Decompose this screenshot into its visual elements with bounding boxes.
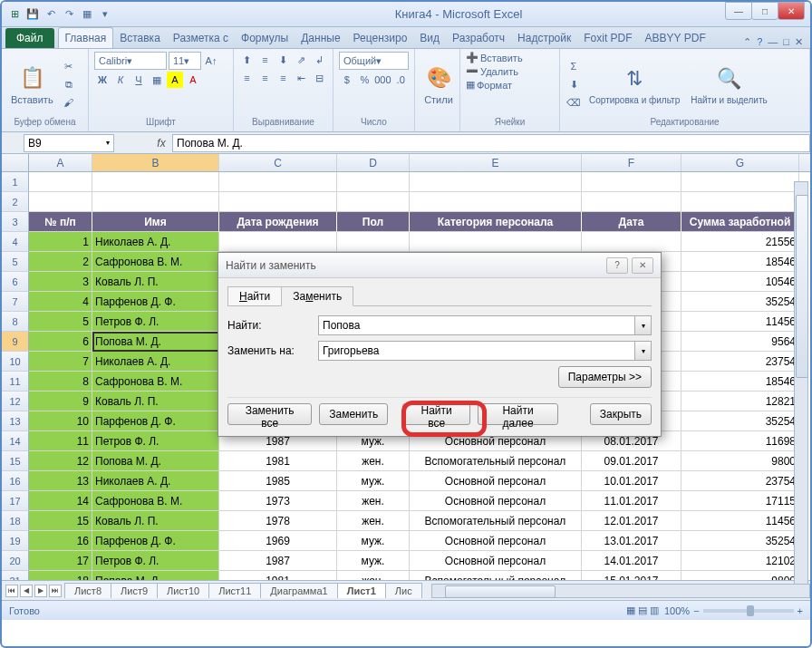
cell[interactable]: жен. xyxy=(337,491,410,511)
cell[interactable]: Основной персонал xyxy=(410,551,582,571)
cell[interactable] xyxy=(582,172,682,192)
row-header[interactable]: 19 xyxy=(2,531,29,551)
row-header[interactable]: 12 xyxy=(2,392,29,411)
table-header-cell[interactable]: Категория персонала xyxy=(410,212,582,232)
horizontal-scrollbar[interactable] xyxy=(431,584,810,598)
cell[interactable] xyxy=(219,172,337,192)
format-cells-button[interactable]: ▦Формат xyxy=(466,79,554,91)
cell[interactable]: 6 xyxy=(29,332,92,352)
cell[interactable]: 4 xyxy=(29,292,92,312)
zoom-out-icon[interactable]: − xyxy=(693,605,699,616)
font-color-icon[interactable]: A xyxy=(185,72,201,88)
cell[interactable]: Сафронова В. М. xyxy=(92,252,219,272)
cell[interactable]: Основной персонал xyxy=(410,491,582,511)
cell[interactable]: Петров Ф. Л. xyxy=(92,551,219,571)
cell[interactable]: Вспомогательный персонал xyxy=(410,511,582,531)
fill-icon[interactable]: ⬇ xyxy=(566,76,582,92)
align-right-icon[interactable]: ≡ xyxy=(276,70,292,86)
currency-icon[interactable]: $ xyxy=(339,72,355,88)
row-header[interactable]: 5 xyxy=(2,252,29,272)
cell[interactable]: 1978 xyxy=(219,511,337,531)
row-header[interactable]: 1 xyxy=(2,172,29,192)
cell[interactable]: 16 xyxy=(29,531,92,551)
cell[interactable]: 1 xyxy=(29,232,92,252)
cell[interactable]: 15 xyxy=(29,511,92,531)
fx-icon[interactable]: fx xyxy=(150,137,172,150)
cell[interactable]: Коваль Л. П. xyxy=(92,511,219,531)
cell[interactable]: Петров Ф. Л. xyxy=(92,431,219,451)
cell[interactable]: 1981 xyxy=(219,451,337,471)
merge-icon[interactable]: ⊟ xyxy=(312,70,328,86)
sheet-tab[interactable]: Лист11 xyxy=(208,583,261,598)
doc-max-icon[interactable]: □ xyxy=(783,36,789,48)
tab-developer[interactable]: Разработч xyxy=(446,28,511,48)
row-header[interactable]: 7 xyxy=(2,292,29,312)
cell[interactable] xyxy=(219,232,337,252)
cell[interactable]: 8 xyxy=(29,372,92,392)
col-header-a[interactable]: A xyxy=(29,154,92,171)
cell[interactable]: 9800 xyxy=(682,571,799,580)
cell[interactable]: 11698 xyxy=(682,431,799,451)
cell[interactable] xyxy=(337,172,410,192)
cell[interactable]: Коваль Л. П. xyxy=(92,272,219,292)
cell[interactable]: 1969 xyxy=(219,531,337,551)
row-header[interactable]: 10 xyxy=(2,352,29,372)
comma-icon[interactable]: 000 xyxy=(374,72,391,88)
tab-view[interactable]: Вид xyxy=(413,28,446,48)
col-header-f[interactable]: F xyxy=(582,154,682,171)
cell[interactable]: Основной персонал xyxy=(410,471,582,491)
cell[interactable]: жен. xyxy=(337,571,410,580)
minimize-ribbon-icon[interactable]: ⌃ xyxy=(743,36,751,48)
minimize-button[interactable]: — xyxy=(725,2,752,20)
table-header-cell[interactable]: Дата xyxy=(582,212,682,232)
cell[interactable]: Николаев А. Д. xyxy=(92,471,219,491)
cell[interactable]: 15.01.2017 xyxy=(582,571,682,580)
cell[interactable] xyxy=(29,192,92,212)
find-next-button[interactable]: Найти далее xyxy=(478,403,558,425)
fill-color-icon[interactable]: A xyxy=(167,72,183,88)
name-box[interactable]: B9▾ xyxy=(24,134,114,152)
form-icon[interactable]: ▦ xyxy=(80,7,94,22)
col-header-g[interactable]: G xyxy=(682,154,799,171)
cell[interactable]: 13.01.2017 xyxy=(582,531,682,551)
border-icon[interactable]: ▦ xyxy=(149,72,165,88)
cell[interactable]: Парфенов Д. Ф. xyxy=(92,531,219,551)
cell[interactable]: Попова М. Д. xyxy=(92,332,219,352)
tab-data[interactable]: Данные xyxy=(295,28,346,48)
cell[interactable]: 3 xyxy=(29,272,92,292)
replace-input[interactable]: Григорьева xyxy=(318,341,635,361)
cell[interactable]: 35254 xyxy=(682,292,799,312)
cell[interactable]: 12.01.2017 xyxy=(582,511,682,531)
copy-icon[interactable]: ⧉ xyxy=(61,76,77,92)
col-header-b[interactable]: B xyxy=(92,154,219,171)
table-header-cell[interactable]: Пол xyxy=(337,212,410,232)
cell[interactable] xyxy=(682,172,799,192)
cell[interactable]: 14 xyxy=(29,491,92,511)
dialog-help-button[interactable]: ? xyxy=(606,257,628,274)
grow-font-icon[interactable]: A↑ xyxy=(203,53,219,69)
row-header[interactable]: 15 xyxy=(2,451,29,471)
cell[interactable]: 2 xyxy=(29,252,92,272)
sheet-tab[interactable]: Лист9 xyxy=(111,583,158,598)
maximize-button[interactable]: □ xyxy=(751,2,778,20)
replace-all-button[interactable]: Заменить все xyxy=(227,403,312,425)
cell[interactable]: Парфенов Д. Ф. xyxy=(92,411,219,431)
file-tab[interactable]: Файл xyxy=(5,28,54,48)
cell[interactable] xyxy=(682,192,799,212)
find-all-button[interactable]: Найти все xyxy=(402,403,470,425)
formula-bar[interactable]: Попова М. Д. xyxy=(172,134,810,152)
cell[interactable] xyxy=(337,192,410,212)
row-header[interactable]: 17 xyxy=(2,491,29,511)
number-format-combo[interactable]: Общий ▾ xyxy=(339,52,409,70)
cell[interactable]: Попова М. Д. xyxy=(92,451,219,471)
doc-close-icon[interactable]: ✕ xyxy=(795,36,803,48)
table-header-cell[interactable]: Дата рождения xyxy=(219,212,337,232)
row-header[interactable]: 8 xyxy=(2,312,29,332)
cell[interactable]: 13 xyxy=(29,471,92,491)
cell[interactable]: муж. xyxy=(337,551,410,571)
sheet-tab[interactable]: Лист1 xyxy=(337,583,386,598)
cell[interactable]: 18546 xyxy=(682,252,799,272)
font-size-combo[interactable]: 11 ▾ xyxy=(169,52,201,70)
zoom-in-icon[interactable]: + xyxy=(798,605,803,616)
bold-button[interactable]: Ж xyxy=(94,72,111,88)
